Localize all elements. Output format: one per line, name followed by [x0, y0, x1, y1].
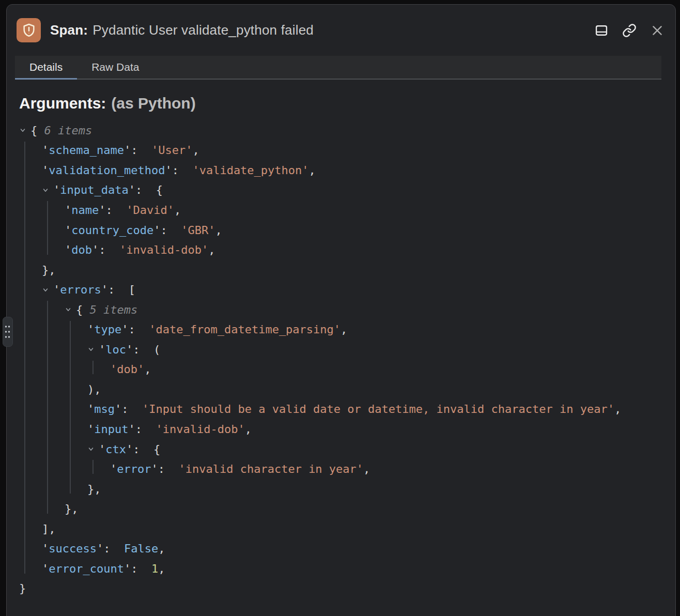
chevron-down-icon[interactable] [65, 306, 76, 313]
span-title-text: Pydantic User validate_python failed [92, 22, 314, 38]
indent-guide [92, 361, 94, 375]
link-icon[interactable] [622, 23, 637, 38]
json-row: 'dob': 'invalid-dob', [7, 240, 675, 260]
token-item-count: 5 items [90, 303, 138, 316]
arguments-heading-suffix: (as Python) [111, 95, 195, 112]
token-punct: ' [99, 343, 105, 356]
token-punct: } [19, 582, 26, 595]
tab-raw-data[interactable]: Raw Data [77, 56, 153, 79]
token-punct: ': [151, 463, 178, 475]
token-punct: ': [124, 144, 151, 157]
token-string: 'invalid-dob' [156, 423, 244, 436]
tab-bar: Details Raw Data [15, 56, 661, 80]
token-punct: , [309, 164, 316, 177]
tab-details[interactable]: Details [15, 56, 77, 79]
token-punct: ' [87, 323, 94, 336]
token-string: 'GBR' [181, 224, 215, 237]
token-key: error [117, 463, 151, 475]
token-punct: ' [65, 204, 71, 217]
arguments-heading-prefix: Arguments: [19, 95, 106, 112]
token-punct: , [363, 463, 370, 475]
token-punct: ': [ [101, 283, 135, 296]
token-punct: ': [92, 243, 119, 256]
chevron-down-icon[interactable] [42, 286, 53, 294]
token-punct: , [158, 562, 165, 575]
token-punct: , [144, 363, 151, 376]
chevron-down-icon[interactable] [19, 127, 30, 134]
token-punct: }, [65, 502, 79, 515]
indent-guide [47, 201, 48, 255]
json-row: 'schema_name': 'User', [7, 141, 675, 161]
chevron-down-icon[interactable] [87, 445, 99, 453]
json-row: 'input': 'invalid-dob', [7, 419, 675, 439]
json-row: { 6 items [7, 120, 675, 141]
token-string: 'date_from_datetime_parsing' [149, 323, 341, 336]
json-row: 'country_code': 'GBR', [7, 220, 675, 240]
json-row: }, [7, 479, 675, 499]
token-punct: ' [42, 562, 49, 575]
json-tree: { 6 items'schema_name': 'User','validati… [7, 120, 675, 598]
token-punct: ), [87, 383, 101, 396]
json-row: } [7, 579, 675, 599]
token-string: 'invalid-dob' [119, 243, 208, 256]
token-punct: { [76, 303, 90, 316]
drag-handle[interactable] [3, 317, 13, 347]
json-row: 'name': 'David', [7, 200, 675, 220]
token-key: name [71, 204, 99, 217]
close-icon[interactable] [650, 23, 665, 38]
token-key: type [94, 323, 121, 336]
token-punct: , [192, 144, 199, 157]
json-row: { 5 items [7, 300, 675, 320]
indent-guide [92, 460, 94, 474]
token-key: schema_name [49, 144, 124, 157]
token-key: errors [60, 283, 101, 296]
indent-guide [24, 142, 25, 574]
token-punct: }, [42, 264, 56, 276]
token-punct: ' [53, 283, 60, 296]
token-punct: ' [87, 423, 94, 436]
token-punct: ' [53, 183, 60, 196]
token-punct: ' [65, 224, 71, 237]
panel-title: Span:Pydantic User validate_python faile… [50, 22, 314, 38]
token-punct: }, [87, 483, 101, 496]
token-key: success [49, 542, 97, 555]
token-punct: ': [97, 542, 124, 555]
token-string: 'invalid character in year' [178, 463, 363, 475]
json-row: }, [7, 499, 675, 519]
token-key: dob [71, 243, 92, 256]
token-string: 'Input should be a valid date or datetim… [142, 403, 614, 415]
token-string: 'dob' [110, 363, 144, 376]
token-key: input_data [60, 183, 128, 196]
json-row: ), [7, 379, 675, 399]
token-punct: ': { [126, 443, 160, 456]
dock-bottom-icon[interactable] [594, 23, 609, 38]
token-punct: ' [42, 164, 49, 177]
token-punct: ': [153, 224, 181, 237]
json-row: ], [7, 519, 675, 539]
token-punct: ': [128, 423, 156, 436]
token-punct: ' [110, 463, 117, 475]
token-key: loc [105, 343, 126, 356]
json-row: 'errors': [ [7, 280, 675, 300]
tab-raw-data-label: Raw Data [91, 61, 139, 73]
token-punct: ': ( [126, 343, 160, 356]
json-row: }, [7, 260, 675, 280]
alert-shield-icon [17, 18, 41, 42]
token-number: 1 [151, 562, 158, 575]
json-row: 'msg': 'Input should be a valid date or … [7, 399, 675, 420]
token-punct: ': { [129, 183, 163, 196]
token-punct: ': [124, 562, 151, 575]
token-key: ctx [105, 443, 126, 456]
tab-details-label: Details [29, 61, 63, 73]
chevron-down-icon[interactable] [87, 346, 99, 353]
chevron-down-icon[interactable] [42, 187, 53, 194]
token-punct: , [245, 423, 252, 436]
json-row: 'validation_method': 'validate_python', [7, 160, 675, 180]
token-punct: ], [42, 522, 56, 535]
indent-guide [47, 301, 48, 514]
token-punct: , [341, 323, 347, 336]
json-row: 'error': 'invalid character in year', [7, 459, 675, 479]
token-punct: , [215, 224, 222, 237]
token-punct: , [158, 542, 165, 555]
token-punct: ' [42, 542, 49, 555]
